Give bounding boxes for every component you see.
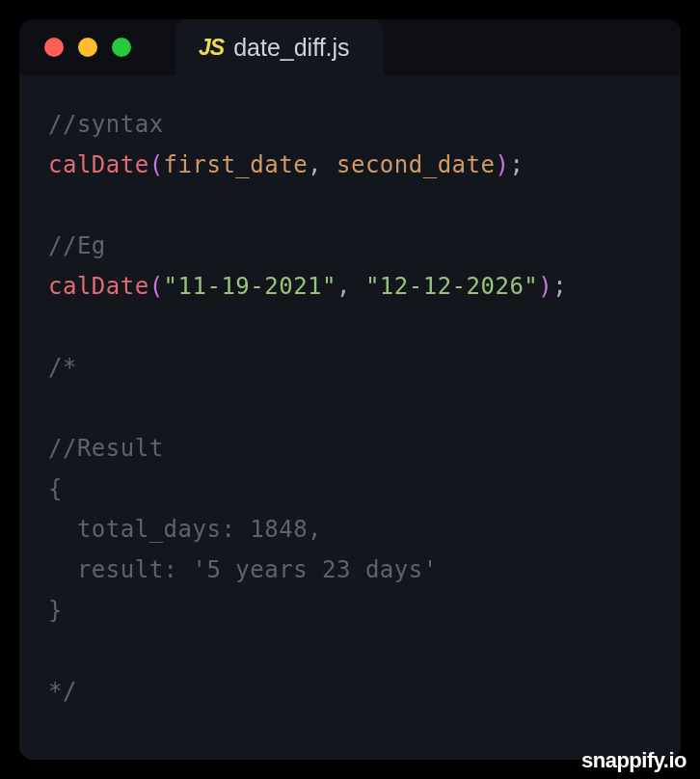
code-comma: , <box>337 273 365 300</box>
tab-filename: date_diff.js <box>233 34 349 62</box>
code-string: "11-19-2021" <box>164 273 337 300</box>
code-semi: ; <box>509 151 524 178</box>
minimize-icon[interactable] <box>78 38 97 57</box>
code-window: JS date_diff.js //syntax calDate(first_d… <box>19 19 681 760</box>
watermark: snappify.io <box>581 748 687 773</box>
code-paren: ) <box>538 273 552 300</box>
code-comment: result: '5 years 23 days' <box>48 556 438 583</box>
code-paren: ( <box>149 151 164 178</box>
code-string: "12-12-2026" <box>365 273 538 300</box>
close-icon[interactable] <box>44 38 64 57</box>
code-paren: ( <box>149 273 164 300</box>
maximize-icon[interactable] <box>112 38 131 57</box>
code-comment: total_days: 1848, <box>48 516 322 543</box>
code-comment: { <box>48 475 63 502</box>
code-arg: first_date <box>164 151 309 178</box>
code-paren: ) <box>495 151 509 178</box>
traffic-lights <box>19 38 156 57</box>
code-arg: second_date <box>337 151 495 178</box>
js-file-icon: JS <box>199 35 224 61</box>
code-comment: } <box>48 597 63 624</box>
code-comment: //syntax <box>48 111 164 138</box>
code-semi: ; <box>552 273 567 300</box>
code-comment: //Eg <box>48 232 106 259</box>
file-tab[interactable]: JS date_diff.js <box>175 19 383 75</box>
titlebar: JS date_diff.js <box>19 19 681 75</box>
code-comment: /* <box>48 354 77 381</box>
code-editor[interactable]: //syntax calDate(first_date, second_date… <box>19 75 681 740</box>
code-comma: , <box>308 151 337 178</box>
code-fn: calDate <box>48 151 149 178</box>
code-comment: */ <box>48 678 77 705</box>
code-comment: //Result <box>48 435 164 462</box>
code-fn: calDate <box>48 273 149 300</box>
